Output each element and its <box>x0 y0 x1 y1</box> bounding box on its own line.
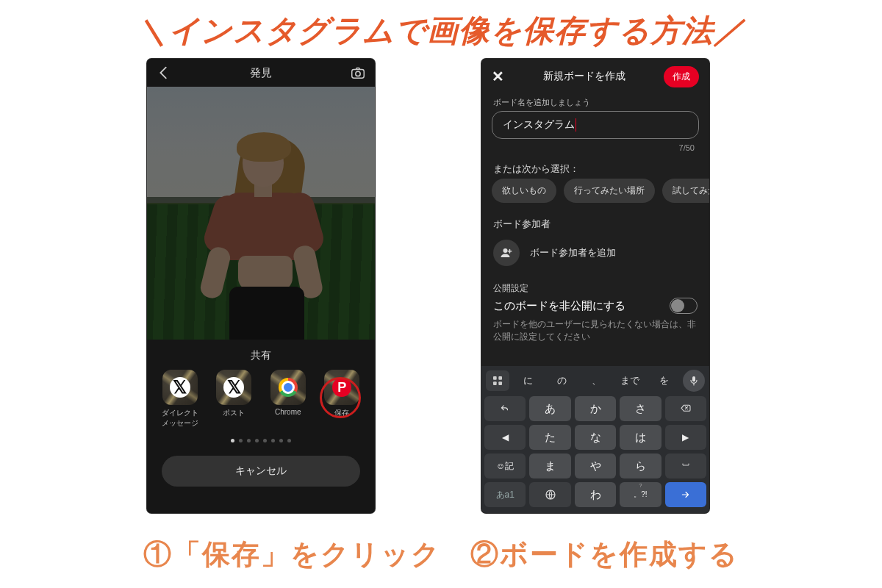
dim-overlay <box>147 87 375 340</box>
select-from-label: または次から選択： <box>493 162 698 176</box>
share-post[interactable]: 𝕏 ポスト <box>209 370 258 429</box>
share-pager <box>147 439 375 442</box>
suggestion-chips: 欲しいもの 行ってみたい場所 試してみたい <box>481 179 709 203</box>
sugg-word[interactable]: に <box>512 374 543 387</box>
tutorial-steps: ①「保存」をクリック ②ボードを作成する <box>0 536 882 573</box>
key-sa[interactable]: さ <box>620 396 661 421</box>
key-right[interactable]: ▶ <box>665 425 706 450</box>
svg-rect-7 <box>692 376 695 381</box>
x-icon: 𝕏 <box>170 377 190 398</box>
privacy-title: このボードを非公開にする <box>493 299 625 313</box>
key-ma[interactable]: ま <box>529 453 570 478</box>
close-icon[interactable]: ✕ <box>492 68 504 85</box>
pt-title: 新規ボードを作成 <box>543 70 625 83</box>
share-label: ポスト <box>209 408 258 418</box>
key-undo[interactable] <box>484 396 526 421</box>
share-label: Chrome <box>264 408 312 416</box>
share-label: 保存 <box>318 408 366 418</box>
svg-rect-5 <box>493 381 497 385</box>
key-ha[interactable]: は <box>620 425 661 450</box>
svg-rect-0 <box>352 69 365 78</box>
key-space[interactable] <box>665 453 706 478</box>
key-alpha[interactable]: あa1 <box>484 482 526 507</box>
privacy-toggle[interactable] <box>670 298 698 314</box>
share-direct-message[interactable]: 𝕏 ダイレクト メッセージ <box>156 370 204 429</box>
svg-point-2 <box>503 248 508 253</box>
key-a[interactable]: あ <box>529 396 570 421</box>
sugg-word[interactable]: を <box>649 374 680 387</box>
privacy-header: 公開設定 <box>493 282 698 295</box>
add-participant-label: ボード参加者を追加 <box>530 246 616 259</box>
ig-page-title: 発見 <box>250 66 272 80</box>
pt-topbar: ✕ 新規ボードを作成 作成 <box>481 59 709 94</box>
ig-photo[interactable] <box>147 87 375 340</box>
cancel-button[interactable]: キャンセル <box>162 456 360 487</box>
soft-keyboard: に の 、 まで を あ か さ ◀ た な は ▶ <box>481 366 709 513</box>
suggestion-bar: に の 、 まで を <box>484 369 706 392</box>
mic-icon[interactable] <box>683 370 705 392</box>
chrome-icon <box>279 378 298 397</box>
chip-places[interactable]: 行ってみたい場所 <box>564 179 655 203</box>
tutorial-headline: ＼インスタグラムで画像を保存する方法／ <box>0 10 882 51</box>
svg-point-1 <box>356 71 360 76</box>
sugg-word[interactable]: の <box>546 374 577 387</box>
text-caret <box>576 118 576 132</box>
svg-rect-6 <box>498 381 502 385</box>
key-ya[interactable]: や <box>575 453 616 478</box>
share-save-pinterest[interactable]: P 保存 <box>318 370 366 429</box>
phone-instagram: 発見 共有 𝕏 ダイレクト メッセージ 𝕏 <box>147 59 375 513</box>
share-header: 共有 <box>147 349 375 362</box>
key-punct[interactable]: ? 。?! <box>620 482 661 507</box>
share-row: 𝕏 ダイレクト メッセージ 𝕏 ポスト Chrome P 保存 <box>147 370 375 429</box>
board-name-input[interactable]: インスタグラム <box>492 111 699 139</box>
keyboard-grid-icon[interactable] <box>486 370 509 391</box>
add-participant-icon <box>493 240 520 266</box>
key-wa[interactable]: わ <box>575 482 616 507</box>
share-label: ダイレクト メッセージ <box>156 408 204 429</box>
board-name-value: インスタグラム <box>503 118 575 132</box>
sugg-word[interactable]: 、 <box>581 374 612 387</box>
board-name-label: ボード名を追加しましょう <box>493 97 698 108</box>
key-backspace[interactable] <box>665 396 706 421</box>
sugg-word[interactable]: まで <box>614 374 645 387</box>
char-counter: 7/50 <box>496 143 695 152</box>
participants-header: ボード参加者 <box>493 218 698 231</box>
phone-pinterest: ✕ 新規ボードを作成 作成 ボード名を追加しましょう インスタグラム 7/50 … <box>481 59 709 513</box>
chip-wishlist[interactable]: 欲しいもの <box>492 179 556 203</box>
x-icon: 𝕏 <box>223 377 244 398</box>
key-enter[interactable] <box>665 482 706 507</box>
add-participant-row[interactable]: ボード参加者を追加 <box>493 240 698 266</box>
share-chrome[interactable]: Chrome <box>264 370 312 429</box>
svg-rect-3 <box>493 376 497 380</box>
key-ka[interactable]: か <box>575 396 616 421</box>
key-na[interactable]: な <box>575 425 616 450</box>
back-arrow-icon[interactable] <box>156 65 172 81</box>
camera-icon[interactable] <box>350 65 366 81</box>
privacy-subtitle: ボードを他のユーザーに見られたくない場合は、非公開に設定してください <box>493 318 698 344</box>
chip-try[interactable]: 試してみたい <box>662 179 709 203</box>
key-emoji[interactable]: ☺記 <box>484 453 526 478</box>
ig-topbar: 発見 <box>147 59 375 87</box>
pinterest-icon: P <box>332 378 351 397</box>
key-ta[interactable]: た <box>529 425 570 450</box>
svg-rect-4 <box>498 376 502 380</box>
create-button[interactable]: 作成 <box>664 66 699 87</box>
key-left[interactable]: ◀ <box>484 425 526 450</box>
key-ra[interactable]: ら <box>620 453 661 478</box>
key-globe[interactable] <box>529 482 570 507</box>
